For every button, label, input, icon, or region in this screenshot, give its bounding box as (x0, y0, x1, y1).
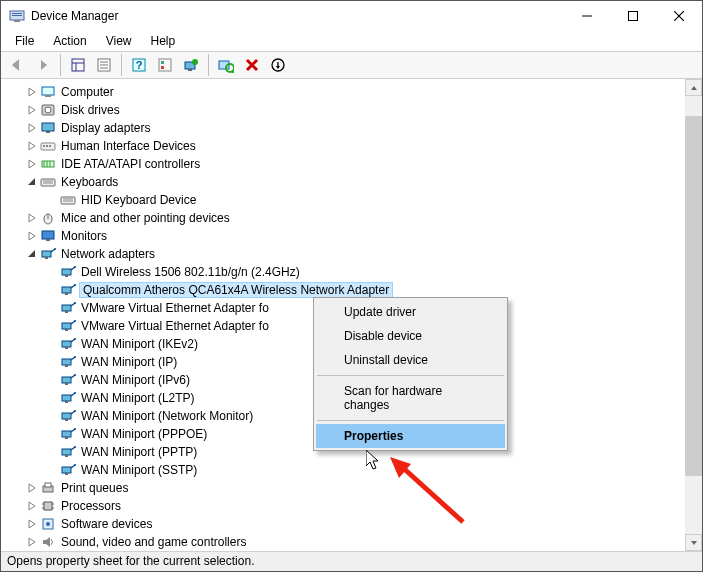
action-button[interactable] (153, 53, 177, 77)
scan-hardware-button[interactable] (214, 53, 238, 77)
tree-item-label: Network adapters (60, 247, 156, 261)
svg-text:?: ? (136, 59, 143, 71)
tree-item[interactable]: Network adapters (25, 245, 685, 263)
scroll-track[interactable] (685, 96, 702, 534)
tree-item[interactable]: Mice and other pointing devices (25, 209, 685, 227)
monitor-icon (40, 228, 56, 244)
expand-icon[interactable] (25, 499, 39, 513)
context-menu-item[interactable]: Update driver (316, 300, 505, 324)
show-hide-tree-button[interactable] (66, 53, 90, 77)
expand-icon[interactable] (25, 121, 39, 135)
svg-rect-71 (62, 287, 71, 293)
menu-action[interactable]: Action (45, 32, 94, 50)
close-button[interactable] (656, 1, 702, 31)
expand-icon[interactable] (25, 481, 39, 495)
svg-rect-87 (62, 359, 71, 365)
context-menu: Update driverDisable deviceUninstall dev… (313, 297, 508, 451)
expand-icon[interactable] (25, 157, 39, 171)
context-menu-item[interactable]: Uninstall device (316, 348, 505, 372)
scroll-up-button[interactable] (685, 79, 702, 96)
svg-rect-83 (62, 341, 71, 347)
svg-marker-59 (29, 232, 35, 240)
svg-rect-117 (45, 483, 51, 487)
vertical-scrollbar[interactable] (685, 79, 702, 551)
tree-item[interactable]: Dell Wireless 1506 802.11b/g/n (2.4GHz) (45, 263, 685, 281)
tree-item-label: Disk drives (60, 103, 121, 117)
tree-item-label: Computer (60, 85, 115, 99)
cpu-icon (40, 498, 56, 514)
tree-item[interactable]: Monitors (25, 227, 685, 245)
net-icon (40, 246, 56, 262)
tree-item[interactable]: IDE ATA/ATAPI controllers (25, 155, 685, 173)
context-menu-item[interactable]: Properties (316, 424, 505, 448)
collapse-icon[interactable] (25, 175, 39, 189)
menu-separator (317, 420, 504, 421)
svg-rect-21 (188, 69, 192, 71)
menu-file[interactable]: File (7, 32, 42, 50)
minimize-button[interactable] (564, 1, 610, 31)
svg-rect-84 (65, 347, 68, 349)
scroll-thumb[interactable] (685, 116, 702, 476)
forward-button[interactable] (31, 53, 55, 77)
back-button[interactable] (5, 53, 29, 77)
uninstall-button[interactable] (240, 53, 264, 77)
net-icon (60, 372, 76, 388)
expand-icon[interactable] (25, 535, 39, 549)
net-icon (60, 426, 76, 442)
svg-rect-38 (46, 131, 50, 133)
tree-item[interactable]: Keyboards (25, 173, 685, 191)
tree-item[interactable]: HID Keyboard Device (45, 191, 685, 209)
disable-button[interactable] (266, 53, 290, 77)
maximize-button[interactable] (610, 1, 656, 31)
menubar: File Action View Help (1, 31, 702, 51)
expand-icon[interactable] (25, 517, 39, 531)
context-menu-item[interactable]: Disable device (316, 324, 505, 348)
svg-marker-49 (28, 178, 35, 185)
context-menu-item[interactable]: Scan for hardware changes (316, 379, 505, 417)
tree-item-label: Sound, video and game controllers (60, 535, 247, 549)
svg-rect-72 (65, 293, 68, 295)
tree-item[interactable]: Print queues (25, 479, 685, 497)
svg-rect-64 (45, 257, 48, 259)
expand-icon[interactable] (25, 211, 39, 225)
tree-item[interactable]: Computer (25, 83, 685, 101)
help-button[interactable]: ? (127, 53, 151, 77)
tree-item[interactable]: Sound, video and game controllers (25, 533, 685, 551)
svg-point-82 (74, 320, 76, 322)
svg-rect-18 (161, 61, 164, 64)
titlebar: Device Manager (1, 1, 702, 31)
properties-button[interactable] (92, 53, 116, 77)
expand-icon[interactable] (25, 139, 39, 153)
tree-item-label: Processors (60, 499, 122, 513)
expand-icon[interactable] (25, 85, 39, 99)
svg-marker-118 (29, 502, 35, 510)
tree-item[interactable]: Software devices (25, 515, 685, 533)
svg-marker-44 (29, 160, 35, 168)
tree-item[interactable]: WAN Miniport (SSTP) (45, 461, 685, 479)
scroll-down-button[interactable] (685, 534, 702, 551)
menu-view[interactable]: View (98, 32, 140, 50)
tree-item[interactable]: Human Interface Devices (25, 137, 685, 155)
expand-icon[interactable] (25, 229, 39, 243)
svg-rect-91 (62, 377, 71, 383)
svg-rect-5 (629, 12, 638, 21)
tree-item-label: WAN Miniport (Network Monitor) (80, 409, 254, 423)
tree-item[interactable]: Processors (25, 497, 685, 515)
svg-rect-37 (42, 123, 54, 131)
svg-marker-29 (276, 66, 280, 69)
net-icon (60, 336, 76, 352)
mouse-icon (40, 210, 56, 226)
menu-separator (317, 375, 504, 376)
svg-point-22 (192, 59, 198, 65)
svg-point-78 (74, 302, 76, 304)
tree-item[interactable]: Disk drives (25, 101, 685, 119)
collapse-icon[interactable] (25, 247, 39, 261)
tree-item[interactable]: Display adapters (25, 119, 685, 137)
menu-help[interactable]: Help (143, 32, 184, 50)
svg-rect-96 (65, 401, 68, 403)
expand-icon[interactable] (25, 103, 39, 117)
svg-rect-103 (62, 431, 71, 437)
tree-item-label: Dell Wireless 1506 802.11b/g/n (2.4GHz) (80, 265, 301, 279)
tree-item-label: IDE ATA/ATAPI controllers (60, 157, 201, 171)
update-driver-button[interactable] (179, 53, 203, 77)
